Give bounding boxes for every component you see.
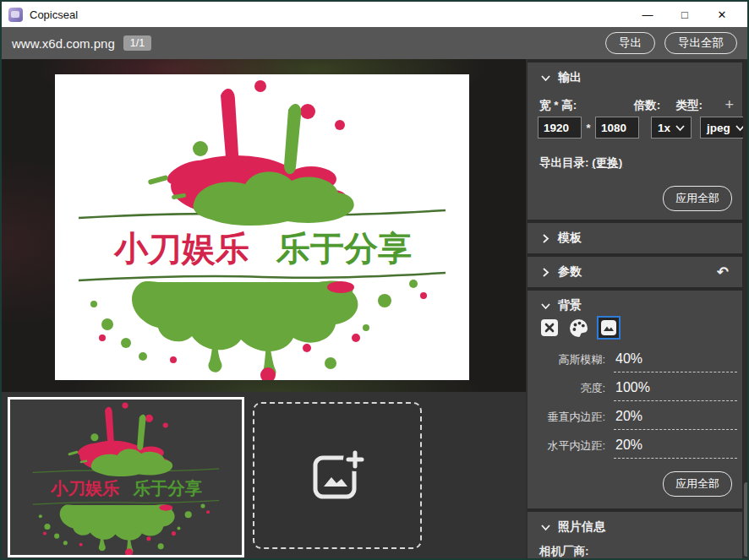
export-dir-row: 导出目录: (更换) <box>539 155 622 171</box>
panel-output: 输出 宽 * 高: 倍数: 类型: + * 1x jpeg <box>528 63 742 220</box>
thumbnail-selected[interactable]: 小刀娱乐 乐于分享 <box>8 397 244 557</box>
multiplier-select[interactable]: 1x <box>651 117 692 139</box>
vertical-padding-value[interactable]: 20% <box>614 409 737 430</box>
header-actions: 导出 导出全部 <box>605 32 737 54</box>
chevron-down-icon <box>541 73 550 83</box>
app-title: Copicseal <box>30 8 78 21</box>
filetype-select[interactable]: jpeg <box>700 117 749 139</box>
panel-params: 参数 ↶ <box>528 257 742 287</box>
panel-background-title: 背景 <box>558 298 582 313</box>
chevron-down-icon <box>541 302 550 311</box>
add-image-icon <box>309 449 366 502</box>
width-input[interactable] <box>538 117 582 139</box>
gaussian-blur-label: 高斯模糊: <box>528 352 605 367</box>
settings-sidebar: 输出 宽 * 高: 倍数: 类型: + * 1x jpeg <box>528 59 749 558</box>
chevron-right-icon <box>541 234 550 243</box>
panel-photo-info-title: 照片信息 <box>558 519 605 535</box>
vertical-padding-label: 垂直内边距: <box>528 410 605 425</box>
chevron-down-icon <box>675 123 685 133</box>
page-count-badge: 1/1 <box>123 35 151 51</box>
sidebar-scrollbar[interactable] <box>743 59 749 558</box>
current-filename: www.x6d.com.png <box>12 36 115 51</box>
minimize-button[interactable]: — <box>629 3 666 26</box>
panel-template-header[interactable]: 模板 <box>528 223 742 253</box>
svg-text:小刀娱乐: 小刀娱乐 <box>50 479 119 497</box>
export-dir-label: 导出目录: <box>539 156 589 169</box>
type-label: 类型: <box>676 98 725 113</box>
logo-text-red: 小刀娱乐 <box>113 230 249 267</box>
height-input[interactable] <box>595 117 639 139</box>
bg-color-palette-icon[interactable] <box>568 318 588 338</box>
dimension-separator: * <box>582 122 595 134</box>
background-apply-all-button[interactable]: 应用全部 <box>663 471 732 497</box>
output-inputs-row: * 1x jpeg <box>538 117 749 139</box>
horizontal-padding-row: 水平内边距: 20% <box>528 438 742 459</box>
change-dir-link[interactable]: (更换) <box>592 156 622 169</box>
close-button[interactable]: ✕ <box>703 3 741 26</box>
camera-maker-label: 相机厂商: <box>539 544 589 559</box>
bg-image-icon[interactable] <box>597 316 621 340</box>
window-controls: — □ ✕ <box>629 3 741 26</box>
output-labels-row: 宽 * 高: 倍数: 类型: + <box>539 98 734 113</box>
panel-params-header[interactable]: 参数 ↶ <box>528 257 742 287</box>
panel-output-header[interactable]: 输出 <box>528 63 742 93</box>
preview-canvas: 小刀娱乐 乐于分享 <box>2 59 526 392</box>
background-mode-icons <box>539 316 621 340</box>
logo-image: 小刀娱乐 乐于分享 <box>55 74 469 380</box>
thumbnail-strip: 小刀娱乐 乐于分享 <box>2 392 526 560</box>
width-height-label: 宽 * 高: <box>539 98 634 113</box>
output-apply-all-button[interactable]: 应用全部 <box>663 186 732 211</box>
panel-params-title: 参数 <box>558 264 582 280</box>
thumbnail-logo-image: 小刀娱乐 乐于分享 <box>10 400 242 555</box>
add-output-icon[interactable]: + <box>724 98 734 113</box>
undo-icon[interactable]: ↶ <box>717 265 729 280</box>
scrollbar-thumb[interactable] <box>744 482 749 557</box>
export-all-button[interactable]: 导出全部 <box>664 32 737 54</box>
vertical-padding-row: 垂直内边距: 20% <box>528 409 742 430</box>
chevron-down-icon <box>541 523 550 532</box>
brightness-label: 亮度: <box>528 381 605 396</box>
chevron-right-icon <box>541 268 550 277</box>
gaussian-blur-row: 高斯模糊: 40% <box>528 351 742 372</box>
app-window: Copicseal — □ ✕ www.x6d.com.png 1/1 导出 导… <box>0 0 749 560</box>
brightness-value[interactable]: 100% <box>614 380 737 401</box>
export-button[interactable]: 导出 <box>605 32 655 54</box>
brightness-row: 亮度: 100% <box>528 380 742 401</box>
panel-background: 背景 高斯模糊: 40% 亮度: 100% <box>528 291 742 508</box>
panel-output-title: 输出 <box>558 70 582 85</box>
title-bar: Copicseal — □ ✕ <box>2 2 747 27</box>
horizontal-padding-value[interactable]: 20% <box>614 438 737 459</box>
app-icon <box>8 8 23 22</box>
panel-photo-info: 照片信息 相机厂商: <box>528 512 742 558</box>
maximize-button[interactable]: □ <box>666 3 703 26</box>
horizontal-padding-label: 水平内边距: <box>528 438 605 454</box>
multiplier-label: 倍数: <box>634 98 676 113</box>
bg-none-icon[interactable] <box>539 318 560 338</box>
gaussian-blur-value[interactable]: 40% <box>614 351 737 372</box>
svg-text:乐于分享: 乐于分享 <box>133 479 202 497</box>
add-image-dropzone[interactable] <box>253 402 422 549</box>
panel-template: 模板 <box>528 223 742 253</box>
panel-template-title: 模板 <box>558 231 582 246</box>
camera-maker-value[interactable] <box>614 542 735 560</box>
logo-text-green: 乐于分享 <box>276 230 412 267</box>
panel-photo-info-header[interactable]: 照片信息 <box>528 512 742 542</box>
header-bar: www.x6d.com.png 1/1 导出 导出全部 <box>2 27 747 59</box>
preview-image: 小刀娱乐 乐于分享 <box>55 74 469 380</box>
